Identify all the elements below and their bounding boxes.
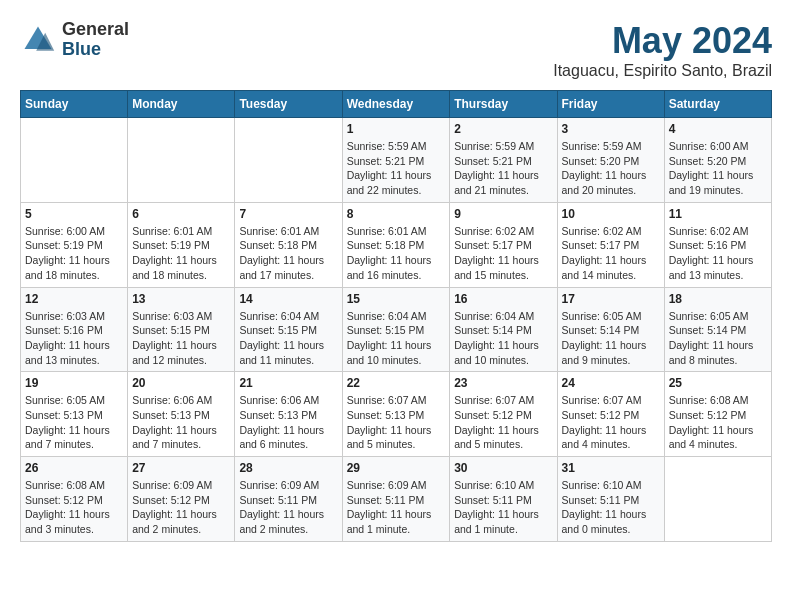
week-row-1: 1Sunrise: 5:59 AM Sunset: 5:21 PM Daylig…: [21, 118, 772, 203]
day-cell: 24Sunrise: 6:07 AM Sunset: 5:12 PM Dayli…: [557, 372, 664, 457]
day-info: Sunrise: 6:00 AM Sunset: 5:19 PM Dayligh…: [25, 224, 123, 283]
day-number: 9: [454, 207, 552, 221]
day-cell: 8Sunrise: 6:01 AM Sunset: 5:18 PM Daylig…: [342, 202, 450, 287]
header-cell-wednesday: Wednesday: [342, 91, 450, 118]
day-info: Sunrise: 6:07 AM Sunset: 5:12 PM Dayligh…: [562, 393, 660, 452]
day-info: Sunrise: 6:05 AM Sunset: 5:14 PM Dayligh…: [562, 309, 660, 368]
day-number: 20: [132, 376, 230, 390]
day-number: 10: [562, 207, 660, 221]
day-cell: 2Sunrise: 5:59 AM Sunset: 5:21 PM Daylig…: [450, 118, 557, 203]
day-info: Sunrise: 6:07 AM Sunset: 5:12 PM Dayligh…: [454, 393, 552, 452]
day-cell: 3Sunrise: 5:59 AM Sunset: 5:20 PM Daylig…: [557, 118, 664, 203]
day-info: Sunrise: 6:04 AM Sunset: 5:15 PM Dayligh…: [347, 309, 446, 368]
day-number: 27: [132, 461, 230, 475]
day-info: Sunrise: 6:01 AM Sunset: 5:18 PM Dayligh…: [239, 224, 337, 283]
day-number: 16: [454, 292, 552, 306]
logo-icon: [20, 22, 56, 58]
day-number: 2: [454, 122, 552, 136]
day-number: 6: [132, 207, 230, 221]
week-row-2: 5Sunrise: 6:00 AM Sunset: 5:19 PM Daylig…: [21, 202, 772, 287]
day-cell: 17Sunrise: 6:05 AM Sunset: 5:14 PM Dayli…: [557, 287, 664, 372]
day-cell: 14Sunrise: 6:04 AM Sunset: 5:15 PM Dayli…: [235, 287, 342, 372]
day-cell: 10Sunrise: 6:02 AM Sunset: 5:17 PM Dayli…: [557, 202, 664, 287]
day-cell: 15Sunrise: 6:04 AM Sunset: 5:15 PM Dayli…: [342, 287, 450, 372]
day-cell: 13Sunrise: 6:03 AM Sunset: 5:15 PM Dayli…: [128, 287, 235, 372]
header-row: SundayMondayTuesdayWednesdayThursdayFrid…: [21, 91, 772, 118]
day-info: Sunrise: 6:09 AM Sunset: 5:12 PM Dayligh…: [132, 478, 230, 537]
day-cell: 20Sunrise: 6:06 AM Sunset: 5:13 PM Dayli…: [128, 372, 235, 457]
subtitle: Itaguacu, Espirito Santo, Brazil: [553, 62, 772, 80]
page-header: General Blue May 2024 Itaguacu, Espirito…: [20, 20, 772, 80]
day-number: 12: [25, 292, 123, 306]
day-number: 24: [562, 376, 660, 390]
day-number: 5: [25, 207, 123, 221]
day-number: 30: [454, 461, 552, 475]
day-number: 15: [347, 292, 446, 306]
logo-general: General: [62, 20, 129, 40]
day-cell: [664, 457, 771, 542]
day-info: Sunrise: 6:08 AM Sunset: 5:12 PM Dayligh…: [25, 478, 123, 537]
day-number: 23: [454, 376, 552, 390]
day-cell: 9Sunrise: 6:02 AM Sunset: 5:17 PM Daylig…: [450, 202, 557, 287]
day-cell: 18Sunrise: 6:05 AM Sunset: 5:14 PM Dayli…: [664, 287, 771, 372]
day-info: Sunrise: 6:00 AM Sunset: 5:20 PM Dayligh…: [669, 139, 767, 198]
day-cell: 27Sunrise: 6:09 AM Sunset: 5:12 PM Dayli…: [128, 457, 235, 542]
week-row-4: 19Sunrise: 6:05 AM Sunset: 5:13 PM Dayli…: [21, 372, 772, 457]
day-number: 28: [239, 461, 337, 475]
day-number: 4: [669, 122, 767, 136]
day-info: Sunrise: 6:09 AM Sunset: 5:11 PM Dayligh…: [239, 478, 337, 537]
day-cell: 31Sunrise: 6:10 AM Sunset: 5:11 PM Dayli…: [557, 457, 664, 542]
day-cell: 1Sunrise: 5:59 AM Sunset: 5:21 PM Daylig…: [342, 118, 450, 203]
day-number: 25: [669, 376, 767, 390]
day-number: 19: [25, 376, 123, 390]
day-info: Sunrise: 6:05 AM Sunset: 5:13 PM Dayligh…: [25, 393, 123, 452]
day-number: 29: [347, 461, 446, 475]
day-info: Sunrise: 6:01 AM Sunset: 5:18 PM Dayligh…: [347, 224, 446, 283]
day-number: 1: [347, 122, 446, 136]
logo-text: General Blue: [62, 20, 129, 60]
day-cell: 12Sunrise: 6:03 AM Sunset: 5:16 PM Dayli…: [21, 287, 128, 372]
calendar-body: 1Sunrise: 5:59 AM Sunset: 5:21 PM Daylig…: [21, 118, 772, 542]
header-cell-thursday: Thursday: [450, 91, 557, 118]
day-info: Sunrise: 6:06 AM Sunset: 5:13 PM Dayligh…: [132, 393, 230, 452]
header-cell-friday: Friday: [557, 91, 664, 118]
logo-blue: Blue: [62, 40, 129, 60]
day-info: Sunrise: 5:59 AM Sunset: 5:21 PM Dayligh…: [454, 139, 552, 198]
day-info: Sunrise: 6:06 AM Sunset: 5:13 PM Dayligh…: [239, 393, 337, 452]
day-cell: [128, 118, 235, 203]
calendar-table: SundayMondayTuesdayWednesdayThursdayFrid…: [20, 90, 772, 542]
day-number: 31: [562, 461, 660, 475]
logo: General Blue: [20, 20, 129, 60]
day-cell: 16Sunrise: 6:04 AM Sunset: 5:14 PM Dayli…: [450, 287, 557, 372]
day-info: Sunrise: 6:02 AM Sunset: 5:17 PM Dayligh…: [454, 224, 552, 283]
day-info: Sunrise: 6:04 AM Sunset: 5:14 PM Dayligh…: [454, 309, 552, 368]
day-info: Sunrise: 6:01 AM Sunset: 5:19 PM Dayligh…: [132, 224, 230, 283]
day-cell: 4Sunrise: 6:00 AM Sunset: 5:20 PM Daylig…: [664, 118, 771, 203]
day-cell: 26Sunrise: 6:08 AM Sunset: 5:12 PM Dayli…: [21, 457, 128, 542]
day-info: Sunrise: 6:10 AM Sunset: 5:11 PM Dayligh…: [562, 478, 660, 537]
day-cell: 19Sunrise: 6:05 AM Sunset: 5:13 PM Dayli…: [21, 372, 128, 457]
day-cell: 21Sunrise: 6:06 AM Sunset: 5:13 PM Dayli…: [235, 372, 342, 457]
header-cell-saturday: Saturday: [664, 91, 771, 118]
day-cell: 25Sunrise: 6:08 AM Sunset: 5:12 PM Dayli…: [664, 372, 771, 457]
day-number: 26: [25, 461, 123, 475]
header-cell-monday: Monday: [128, 91, 235, 118]
day-info: Sunrise: 6:05 AM Sunset: 5:14 PM Dayligh…: [669, 309, 767, 368]
day-info: Sunrise: 5:59 AM Sunset: 5:21 PM Dayligh…: [347, 139, 446, 198]
day-info: Sunrise: 6:10 AM Sunset: 5:11 PM Dayligh…: [454, 478, 552, 537]
day-cell: 29Sunrise: 6:09 AM Sunset: 5:11 PM Dayli…: [342, 457, 450, 542]
day-info: Sunrise: 6:04 AM Sunset: 5:15 PM Dayligh…: [239, 309, 337, 368]
day-info: Sunrise: 6:07 AM Sunset: 5:13 PM Dayligh…: [347, 393, 446, 452]
day-info: Sunrise: 6:09 AM Sunset: 5:11 PM Dayligh…: [347, 478, 446, 537]
day-number: 17: [562, 292, 660, 306]
week-row-3: 12Sunrise: 6:03 AM Sunset: 5:16 PM Dayli…: [21, 287, 772, 372]
day-number: 21: [239, 376, 337, 390]
day-info: Sunrise: 6:03 AM Sunset: 5:16 PM Dayligh…: [25, 309, 123, 368]
day-info: Sunrise: 6:02 AM Sunset: 5:16 PM Dayligh…: [669, 224, 767, 283]
day-cell: [235, 118, 342, 203]
day-info: Sunrise: 5:59 AM Sunset: 5:20 PM Dayligh…: [562, 139, 660, 198]
day-cell: 22Sunrise: 6:07 AM Sunset: 5:13 PM Dayli…: [342, 372, 450, 457]
day-cell: 5Sunrise: 6:00 AM Sunset: 5:19 PM Daylig…: [21, 202, 128, 287]
day-cell: 30Sunrise: 6:10 AM Sunset: 5:11 PM Dayli…: [450, 457, 557, 542]
day-cell: 23Sunrise: 6:07 AM Sunset: 5:12 PM Dayli…: [450, 372, 557, 457]
